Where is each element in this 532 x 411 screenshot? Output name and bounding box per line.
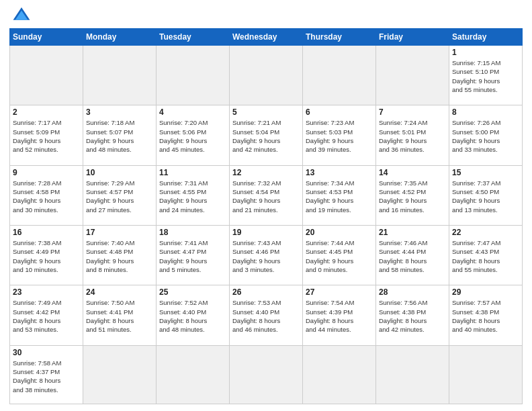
day-number: 17 — [86, 228, 153, 237]
calendar-cell: 4Sunrise: 7:20 AM Sunset: 5:06 PM Daylig… — [157, 105, 230, 165]
calendar-cell — [303, 46, 376, 105]
calendar-cell: 18Sunrise: 7:41 AM Sunset: 4:47 PM Dayli… — [157, 226, 230, 285]
calendar-cell: 9Sunrise: 7:28 AM Sunset: 4:58 PM Daylig… — [10, 165, 83, 225]
day-info: Sunrise: 7:26 AM Sunset: 5:00 PM Dayligh… — [452, 118, 519, 154]
day-info: Sunrise: 7:54 AM Sunset: 4:39 PM Dayligh… — [306, 298, 373, 334]
calendar-week-6: 30Sunrise: 7:58 AM Sunset: 4:37 PM Dayli… — [10, 345, 523, 404]
day-info: Sunrise: 7:58 AM Sunset: 4:37 PM Dayligh… — [13, 359, 80, 394]
day-number: 25 — [159, 287, 226, 297]
weekday-header-wednesday: Wednesday — [230, 29, 303, 46]
calendar-cell: 15Sunrise: 7:37 AM Sunset: 4:50 PM Dayli… — [449, 165, 523, 225]
logo-icon — [12, 5, 31, 24]
calendar-cell: 14Sunrise: 7:35 AM Sunset: 4:52 PM Dayli… — [376, 165, 449, 225]
calendar-cell: 17Sunrise: 7:40 AM Sunset: 4:48 PM Dayli… — [83, 226, 157, 285]
calendar-week-5: 23Sunrise: 7:49 AM Sunset: 4:42 PM Dayli… — [10, 285, 523, 345]
calendar-cell — [83, 345, 157, 404]
day-info: Sunrise: 7:53 AM Sunset: 4:40 PM Dayligh… — [232, 298, 300, 334]
calendar-cell: 2Sunrise: 7:17 AM Sunset: 5:09 PM Daylig… — [10, 105, 83, 165]
day-info: Sunrise: 7:21 AM Sunset: 5:04 PM Dayligh… — [232, 118, 300, 154]
calendar-cell — [157, 345, 230, 404]
header — [9, 7, 523, 24]
day-info: Sunrise: 7:29 AM Sunset: 4:57 PM Dayligh… — [86, 179, 153, 214]
calendar-cell: 21Sunrise: 7:46 AM Sunset: 4:44 PM Dayli… — [376, 226, 449, 285]
day-info: Sunrise: 7:32 AM Sunset: 4:54 PM Dayligh… — [232, 179, 300, 214]
day-number: 6 — [306, 107, 373, 117]
day-info: Sunrise: 7:24 AM Sunset: 5:01 PM Dayligh… — [379, 118, 446, 154]
weekday-header-thursday: Thursday — [303, 29, 376, 46]
calendar-cell: 5Sunrise: 7:21 AM Sunset: 5:04 PM Daylig… — [230, 105, 303, 165]
calendar-cell — [83, 46, 157, 105]
calendar-cell: 22Sunrise: 7:47 AM Sunset: 4:43 PM Dayli… — [449, 226, 523, 285]
calendar-cell: 20Sunrise: 7:44 AM Sunset: 4:45 PM Dayli… — [303, 226, 376, 285]
day-info: Sunrise: 7:50 AM Sunset: 4:41 PM Dayligh… — [86, 298, 153, 334]
calendar-cell: 3Sunrise: 7:18 AM Sunset: 5:07 PM Daylig… — [83, 105, 157, 165]
calendar-cell — [230, 345, 303, 404]
day-info: Sunrise: 7:47 AM Sunset: 4:43 PM Dayligh… — [452, 238, 519, 274]
day-number: 4 — [159, 107, 226, 117]
calendar-cell: 1Sunrise: 7:15 AM Sunset: 5:10 PM Daylig… — [449, 46, 523, 105]
calendar-cell: 6Sunrise: 7:23 AM Sunset: 5:03 PM Daylig… — [303, 105, 376, 165]
calendar-cell: 19Sunrise: 7:43 AM Sunset: 4:46 PM Dayli… — [230, 226, 303, 285]
day-number: 20 — [306, 228, 373, 237]
calendar-cell: 24Sunrise: 7:50 AM Sunset: 4:41 PM Dayli… — [83, 285, 157, 345]
calendar-cell: 23Sunrise: 7:49 AM Sunset: 4:42 PM Dayli… — [10, 285, 83, 345]
day-info: Sunrise: 7:34 AM Sunset: 4:53 PM Dayligh… — [306, 179, 373, 214]
day-info: Sunrise: 7:20 AM Sunset: 5:06 PM Dayligh… — [159, 118, 226, 154]
calendar-cell: 7Sunrise: 7:24 AM Sunset: 5:01 PM Daylig… — [376, 105, 449, 165]
day-info: Sunrise: 7:17 AM Sunset: 5:09 PM Dayligh… — [13, 118, 80, 154]
day-info: Sunrise: 7:56 AM Sunset: 4:38 PM Dayligh… — [379, 298, 446, 334]
logo-area — [9, 9, 31, 24]
calendar-cell — [303, 345, 376, 404]
day-info: Sunrise: 7:18 AM Sunset: 5:07 PM Dayligh… — [86, 118, 153, 154]
day-number: 7 — [379, 107, 446, 117]
calendar-cell: 16Sunrise: 7:38 AM Sunset: 4:49 PM Dayli… — [10, 226, 83, 285]
calendar-table: SundayMondayTuesdayWednesdayThursdayFrid… — [9, 28, 523, 404]
day-number: 23 — [13, 287, 80, 297]
day-number: 29 — [452, 287, 519, 297]
day-info: Sunrise: 7:41 AM Sunset: 4:47 PM Dayligh… — [159, 238, 226, 274]
calendar-cell: 10Sunrise: 7:29 AM Sunset: 4:57 PM Dayli… — [83, 165, 157, 225]
day-number: 26 — [232, 287, 300, 297]
day-number: 1 — [452, 48, 519, 57]
calendar-cell — [230, 46, 303, 105]
day-info: Sunrise: 7:28 AM Sunset: 4:58 PM Dayligh… — [13, 179, 80, 214]
day-number: 5 — [232, 107, 300, 117]
day-info: Sunrise: 7:31 AM Sunset: 4:55 PM Dayligh… — [159, 179, 226, 214]
day-number: 21 — [379, 228, 446, 237]
calendar-week-4: 16Sunrise: 7:38 AM Sunset: 4:49 PM Dayli… — [10, 226, 523, 285]
calendar-week-2: 2Sunrise: 7:17 AM Sunset: 5:09 PM Daylig… — [10, 105, 523, 165]
day-number: 30 — [13, 348, 80, 357]
weekday-header-saturday: Saturday — [449, 29, 523, 46]
calendar-cell: 8Sunrise: 7:26 AM Sunset: 5:00 PM Daylig… — [449, 105, 523, 165]
calendar-cell: 28Sunrise: 7:56 AM Sunset: 4:38 PM Dayli… — [376, 285, 449, 345]
day-number: 15 — [452, 168, 519, 177]
day-info: Sunrise: 7:49 AM Sunset: 4:42 PM Dayligh… — [13, 298, 80, 334]
day-info: Sunrise: 7:35 AM Sunset: 4:52 PM Dayligh… — [379, 179, 446, 214]
day-number: 12 — [232, 168, 300, 177]
calendar-cell: 26Sunrise: 7:53 AM Sunset: 4:40 PM Dayli… — [230, 285, 303, 345]
weekday-header-tuesday: Tuesday — [157, 29, 230, 46]
day-number: 3 — [86, 107, 153, 117]
day-number: 8 — [452, 107, 519, 117]
calendar-cell — [376, 46, 449, 105]
calendar-cell: 30Sunrise: 7:58 AM Sunset: 4:37 PM Dayli… — [10, 345, 83, 404]
calendar-cell — [376, 345, 449, 404]
weekday-header-sunday: Sunday — [10, 29, 83, 46]
day-number: 24 — [86, 287, 153, 297]
day-number: 10 — [86, 168, 153, 177]
calendar-cell: 27Sunrise: 7:54 AM Sunset: 4:39 PM Dayli… — [303, 285, 376, 345]
day-number: 19 — [232, 228, 300, 237]
calendar-week-1: 1Sunrise: 7:15 AM Sunset: 5:10 PM Daylig… — [10, 46, 523, 105]
day-number: 16 — [13, 228, 80, 237]
day-number: 28 — [379, 287, 446, 297]
day-number: 27 — [306, 287, 373, 297]
day-number: 14 — [379, 168, 446, 177]
day-number: 13 — [306, 168, 373, 177]
calendar-cell: 25Sunrise: 7:52 AM Sunset: 4:40 PM Dayli… — [157, 285, 230, 345]
weekday-header-friday: Friday — [376, 29, 449, 46]
day-info: Sunrise: 7:44 AM Sunset: 4:45 PM Dayligh… — [306, 238, 373, 274]
calendar-cell: 29Sunrise: 7:57 AM Sunset: 4:38 PM Dayli… — [449, 285, 523, 345]
day-number: 9 — [13, 168, 80, 177]
calendar-cell: 13Sunrise: 7:34 AM Sunset: 4:53 PM Dayli… — [303, 165, 376, 225]
day-info: Sunrise: 7:40 AM Sunset: 4:48 PM Dayligh… — [86, 238, 153, 274]
